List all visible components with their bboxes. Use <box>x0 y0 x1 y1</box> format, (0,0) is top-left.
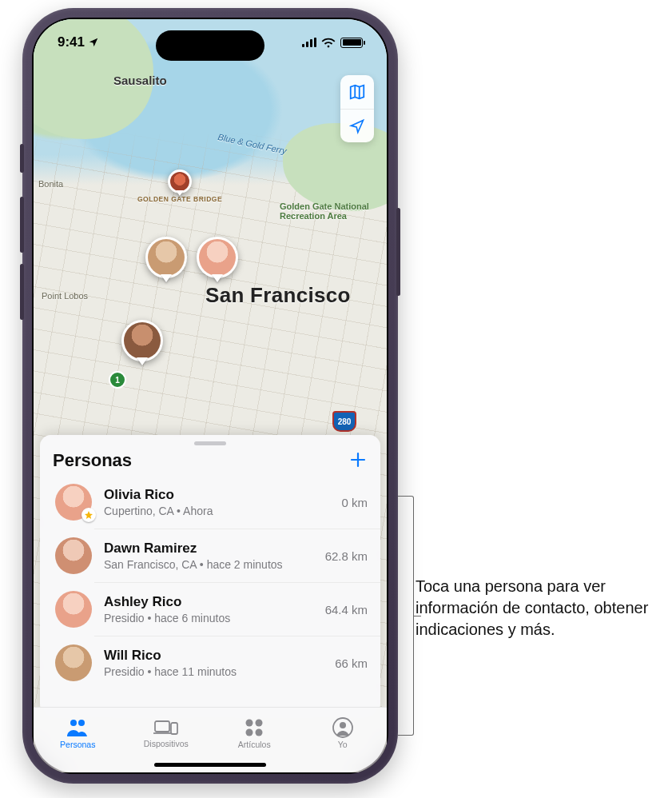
map-poi-bridge[interactable] <box>168 170 192 194</box>
person-distance: 62.8 km <box>325 549 368 563</box>
svg-point-7 <box>256 728 263 736</box>
person-name: Dawn Ramirez <box>104 541 316 557</box>
volume-up-button <box>20 197 24 253</box>
avatar <box>55 591 92 628</box>
svg-point-6 <box>246 728 253 736</box>
person-subtitle: San Francisco, CA • hace 2 minutos <box>104 558 316 571</box>
add-person-button[interactable] <box>348 450 368 471</box>
map-label-point-lobos: Point Lobos <box>42 291 88 301</box>
bridge-icon <box>170 172 189 191</box>
tab-people[interactable]: Personas <box>34 708 122 758</box>
person-name: Ashley Rico <box>104 594 316 610</box>
person-icon <box>332 717 353 738</box>
person-distance: 64.4 km <box>325 603 368 616</box>
avatar <box>148 239 185 276</box>
location-arrow-icon <box>349 118 365 134</box>
svg-point-5 <box>256 719 263 726</box>
person-subtitle: Cupertino, CA • Ahora <box>104 505 332 517</box>
tab-label: Yo <box>338 740 348 749</box>
sheet-title: Personas <box>53 450 132 471</box>
map-label-park: Golden Gate National Recreation Area <box>280 201 376 221</box>
map-label-bridge: GOLDEN GATE BRIDGE <box>137 195 222 203</box>
map-pin-person[interactable] <box>197 237 238 278</box>
person-distance: 0 km <box>341 496 368 509</box>
svg-point-9 <box>340 722 346 728</box>
person-row[interactable]: Olivia Rico Cupertino, CA • Ahora 0 km <box>40 476 380 529</box>
svg-rect-3 <box>171 723 177 734</box>
iphone-frame: 9:41 Sausalito Bonita Point Lobos <box>22 8 398 784</box>
avatar <box>55 644 92 681</box>
map-icon <box>348 83 366 101</box>
map-label-ferry: Blue & Gold Ferry <box>217 132 288 156</box>
map-label-city: San Francisco <box>205 283 351 308</box>
tab-label: Dispositivos <box>144 739 189 748</box>
person-row[interactable]: Will Rico Presidio • hace 11 minutos 66 … <box>94 636 380 689</box>
svg-point-1 <box>78 720 85 726</box>
map-controls <box>340 75 374 142</box>
tab-items[interactable]: Artículos <box>210 708 299 758</box>
plus-icon <box>348 450 368 469</box>
avatar <box>199 239 236 276</box>
callout-bracket <box>398 496 414 736</box>
map-label-sausalito: Sausalito <box>113 74 167 87</box>
svg-rect-2 <box>155 721 169 732</box>
annotation-callout: Toca una persona para ver información de… <box>416 576 655 640</box>
tab-label: Personas <box>60 740 95 749</box>
person-name: Will Rico <box>104 648 325 664</box>
home-indicator[interactable] <box>154 763 266 767</box>
svg-point-0 <box>70 720 77 726</box>
person-subtitle: Presidio • hace 11 minutos <box>104 665 325 678</box>
person-subtitle: Presidio • hace 6 minutos <box>104 612 316 624</box>
star-icon <box>84 510 93 520</box>
cellular-signal-icon <box>302 38 316 47</box>
tab-me[interactable]: Yo <box>299 708 388 758</box>
highway-1-shield: 1 <box>109 371 126 389</box>
person-row[interactable]: Dawn Ramirez San Francisco, CA • hace 2 … <box>94 529 380 582</box>
svg-point-4 <box>246 719 253 726</box>
map-mode-button[interactable] <box>340 75 374 109</box>
mute-switch <box>20 144 24 173</box>
dynamic-island <box>156 30 264 61</box>
locate-me-button[interactable] <box>340 109 374 142</box>
highway-280-shield: 280 <box>332 411 356 432</box>
tab-label: Artículos <box>238 740 271 749</box>
person-row[interactable]: Ashley Rico Presidio • hace 6 minutos 64… <box>94 582 380 636</box>
people-icon <box>66 717 89 738</box>
battery-icon <box>340 38 363 48</box>
status-time: 9:41 <box>58 34 85 50</box>
tab-devices[interactable]: Dispositivos <box>122 708 211 758</box>
location-arrow-icon <box>88 37 99 48</box>
side-button <box>396 208 400 296</box>
people-sheet[interactable]: Personas O <box>40 435 380 715</box>
devices-icon <box>153 718 179 737</box>
person-distance: 66 km <box>335 656 368 670</box>
person-name: Olivia Rico <box>104 487 332 503</box>
items-icon <box>244 717 264 738</box>
favorite-badge <box>82 508 96 522</box>
sheet-grabber[interactable] <box>194 441 226 445</box>
map-pin-person[interactable] <box>145 237 187 278</box>
map-pin-person[interactable] <box>121 320 163 361</box>
volume-down-button <box>20 264 24 320</box>
wifi-icon <box>321 37 336 48</box>
map-label-bonita: Bonita <box>38 179 63 189</box>
avatar <box>124 322 161 359</box>
avatar <box>55 537 92 574</box>
